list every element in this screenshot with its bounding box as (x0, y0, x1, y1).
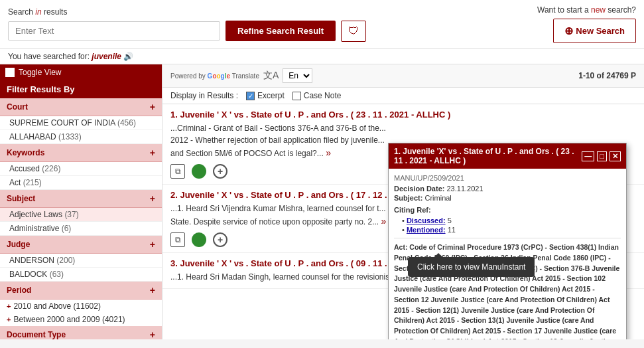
doc-type-expand-icon[interactable]: + (150, 329, 155, 339)
period-label: 2010 and Above (11602) (13, 302, 100, 311)
filter-item-allahabad[interactable]: ALLAHABAD (1333) (0, 130, 162, 144)
decision-label: Decision Date: (394, 185, 444, 193)
sidebar: Toggle View Filter Results By Court + SU… (0, 64, 162, 339)
popup-divider (394, 238, 621, 238)
toggle-icon (5, 68, 15, 77)
filter-item-2010-above[interactable]: + 2010 and Above (11602) (0, 300, 162, 313)
filter-section-keywords[interactable]: Keywords + (0, 144, 162, 162)
refine-button[interactable]: Refine Search Result (225, 21, 336, 41)
add-icon-2[interactable]: + (213, 232, 227, 247)
filter-section-judge[interactable]: Judge + (0, 236, 162, 254)
popup-act: Act: Code of Criminal Procedure 1973 (Cr… (394, 242, 621, 339)
toggle-view-label: Toggle View (19, 68, 62, 77)
popup-discussed: • Discussed: 5 (402, 217, 621, 224)
filter-item-2000-2009[interactable]: + Between 2000 and 2009 (4021) (0, 313, 162, 326)
filter-item-baldock[interactable]: BALDOCK (63) (0, 268, 162, 282)
case-note-checkbox[interactable] (292, 92, 301, 100)
search-in-link[interactable]: in (35, 7, 41, 17)
filter-section-document-type[interactable]: Document Type + (0, 326, 162, 339)
mentioned-link[interactable]: Mentioned: (407, 226, 446, 234)
toggle-view[interactable]: Toggle View (0, 64, 162, 80)
expand-icon: + (7, 302, 11, 310)
period-label-2: Between 2000 and 2009 (4021) (13, 315, 125, 324)
new-link[interactable]: new (591, 5, 606, 15)
filter-header-label: Filter Results By (7, 84, 75, 94)
document-type-label: Document Type (7, 330, 66, 339)
popup-decision: Decision Date: 23.11.2021 (394, 185, 621, 193)
popup-citing-header: Citing Ref: (394, 206, 621, 214)
green-status-icon-1[interactable] (192, 164, 206, 179)
expand-icon-2: + (7, 315, 11, 323)
google-translate-logo: Powered by Google Translate (170, 72, 259, 80)
period-section-label: Period (7, 286, 31, 295)
results-count: 1-10 of 24769 P (578, 71, 636, 80)
filter-item-anderson[interactable]: ANDERSON (200) (0, 254, 162, 268)
popup-manu: MANU/UP/2509/2021 (394, 174, 621, 182)
popup-header-icons: — □ ✕ (582, 151, 621, 161)
shield-button[interactable]: 🛡 (341, 21, 366, 42)
plus-icon: ⊕ (564, 25, 573, 37)
excerpt-checkbox-label[interactable]: ✓ Excerpt (246, 91, 285, 100)
chevron-icon-1: » (326, 147, 331, 158)
keywords-expand-icon[interactable]: + (150, 147, 155, 158)
chevron-icon-2: » (381, 216, 387, 226)
filter-item-administrative[interactable]: Administrative (6) (0, 222, 162, 236)
external-link-icon-1[interactable]: ⧉ (170, 164, 185, 179)
popup-body: MANU/UP/2509/2021 Decision Date: 23.11.2… (389, 169, 626, 339)
period-expand-icon[interactable]: + (150, 285, 155, 296)
new-search-button[interactable]: ⊕ New Search (553, 19, 636, 43)
filter-item-accused[interactable]: Accused (226) (0, 162, 162, 176)
top-bar-right: Want to start a new search? ⊕ New Search (537, 5, 636, 43)
excerpt-checkbox[interactable]: ✓ (246, 92, 255, 100)
judge-expand-icon[interactable]: + (150, 239, 155, 250)
popup-maximize-icon[interactable]: □ (597, 151, 607, 161)
popup-subject: Subject: Criminal (394, 194, 621, 202)
search-row: Refine Search Result 🛡 (8, 21, 537, 42)
search-info-bar: You have searched for: juvenile 🔊 (0, 49, 644, 64)
filter-header: Filter Results By (0, 80, 162, 98)
main-layout: Toggle View Filter Results By Court + SU… (0, 64, 644, 339)
popup-panel: 1. Juvenile 'X' vs . State of U . P . an… (388, 143, 627, 339)
result-title-1[interactable]: 1. Juvenile ' X ' vs . State of U . P . … (170, 110, 636, 120)
filter-section-subject[interactable]: Subject + (0, 190, 162, 208)
display-label: Display in Results : (170, 91, 238, 100)
filter-item-supreme-court[interactable]: SUPREME COURT OF INDIA (456) (0, 116, 162, 130)
popup-mentioned: • Mentioned: 11 (402, 226, 621, 234)
toolbar-row: Powered by Google Translate 文A En 1-10 o… (162, 64, 644, 88)
new-search-hint: Want to start a new search? (537, 5, 636, 15)
subject-section-label: Subject (7, 194, 35, 203)
act-label: Act: (394, 243, 407, 251)
filter-section-period[interactable]: Period + (0, 282, 162, 300)
top-bar-left: Search in results Refine Search Result 🛡 (8, 7, 537, 42)
language-select[interactable]: En (283, 68, 312, 83)
subject-value: Criminal (424, 194, 451, 202)
filter-section-court[interactable]: Court + (0, 98, 162, 116)
display-row: Display in Results : ✓ Excerpt Case Note (162, 88, 644, 104)
filter-item-adjective-laws[interactable]: Adjective Laws (37) (0, 208, 162, 222)
top-bar: Search in results Refine Search Result 🛡… (0, 0, 644, 49)
excerpt-label: Excerpt (257, 91, 285, 100)
search-in-results-label: Search in results (8, 7, 537, 17)
subject-label: Subject: (394, 194, 422, 202)
court-expand-icon[interactable]: + (150, 102, 155, 112)
keywords-section-label: Keywords (7, 148, 44, 157)
search-info-label: You have searched for: (8, 52, 90, 61)
discussed-link[interactable]: Discussed: (407, 217, 446, 224)
add-icon-1[interactable]: + (213, 164, 227, 179)
translate-area: Powered by Google Translate 文A En (170, 68, 312, 83)
act-text: Code of Criminal Procedure 1973 (CrPC) -… (394, 243, 619, 339)
subject-expand-icon[interactable]: + (150, 193, 155, 204)
translate-icon: 文A (263, 70, 279, 82)
popup-close-icon[interactable]: ✕ (610, 151, 621, 161)
case-note-label: Case Note (304, 91, 342, 100)
green-status-icon-2[interactable] (192, 232, 206, 247)
popup-minimize-icon[interactable]: — (582, 151, 594, 161)
search-input[interactable] (8, 21, 220, 41)
content-area: Powered by Google Translate 文A En 1-10 o… (162, 64, 644, 339)
court-section-label: Court (7, 102, 28, 112)
popup-title: 1. Juvenile 'X' vs . State of U . P . an… (394, 147, 582, 165)
filter-item-act[interactable]: Act (215) (0, 176, 162, 190)
case-note-checkbox-label[interactable]: Case Note (292, 91, 342, 100)
external-link-icon-2[interactable]: ⧉ (170, 232, 185, 247)
audio-icon[interactable]: 🔊 (123, 52, 133, 61)
